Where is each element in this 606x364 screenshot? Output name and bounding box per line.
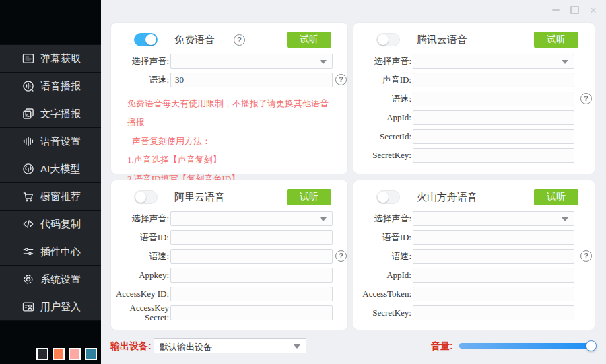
field-label: Appkey:: [111, 270, 169, 280]
volcano-voice-panel: 火山方舟语音 试听 选择声音: 语音ID: 语速: ? AppId:: [353, 180, 595, 330]
output-device-select[interactable]: 默认输出设备: [154, 338, 306, 353]
note-line: 1.声音选择【声音复刻】: [127, 151, 331, 170]
preview-button-volcano[interactable]: 试听: [534, 189, 578, 205]
text-broadcast-icon: A: [22, 107, 35, 120]
chevron-down-icon: [320, 217, 327, 221]
panel-title-free: 免费语音: [174, 34, 215, 46]
panel-title-ali: 阿里云语音: [174, 191, 225, 204]
theme-swatch-orange[interactable]: [53, 348, 65, 360]
field-label: 语音ID:: [354, 233, 411, 242]
theme-swatch-dark[interactable]: [36, 348, 48, 360]
sidebar-item-user-login[interactable]: 用户登入: [0, 293, 101, 321]
help-icon[interactable]: ?: [234, 34, 245, 46]
voice-broadcast-icon: [22, 79, 35, 93]
appid-input-tencent[interactable]: [413, 110, 574, 125]
note-line: 免费语音每天有使用限制，不播报了请更换其他语音播报: [127, 94, 331, 132]
field-label: AccessKey ID:: [111, 289, 169, 299]
voice-select-tencent[interactable]: [413, 54, 574, 69]
tencent-voice-toggle[interactable]: [376, 33, 400, 46]
sidebar-item-text-broadcast[interactable]: A 文字播报: [0, 100, 101, 128]
theme-swatch-pink[interactable]: [69, 348, 81, 360]
ali-voice-panel: 阿里云语音 试听 选择声音: 语音ID: 语速: ? Appkey:: [110, 180, 348, 330]
maximize-icon[interactable]: [570, 5, 579, 15]
preview-button-tencent[interactable]: 试听: [534, 32, 578, 48]
voice-id-input-tencent[interactable]: [413, 73, 574, 87]
sidebar-item-label: 语音设置: [40, 135, 81, 148]
close-icon[interactable]: ✕: [588, 5, 598, 15]
shopping-cart-icon: [22, 190, 35, 203]
toggle-knob: [378, 34, 389, 45]
appid-input-volcano[interactable]: [413, 268, 574, 283]
accesskey-id-input-ali[interactable]: [170, 287, 333, 301]
select-value: 默认输出设备: [160, 341, 212, 353]
sidebar-item-label: 语音播报: [40, 80, 81, 93]
voice-id-input-volcano[interactable]: [413, 230, 574, 245]
broadcast-tower-icon: [22, 162, 35, 176]
panel-title-tencent: 腾讯云语音: [417, 34, 467, 46]
free-voice-toggle[interactable]: [134, 33, 158, 46]
preview-button-ali[interactable]: 试听: [287, 189, 331, 205]
code-icon: [22, 217, 35, 231]
toggle-knob: [135, 192, 146, 203]
output-device-label: 输出设备:: [110, 340, 152, 353]
secretkey-input-tencent[interactable]: [413, 148, 574, 163]
sliders-icon: [22, 245, 35, 258]
voice-select-free[interactable]: [170, 54, 333, 69]
accesskey-secret-input-ali[interactable]: [170, 305, 333, 320]
gear-icon: [22, 272, 35, 286]
ali-voice-toggle[interactable]: [134, 190, 158, 204]
volume-slider[interactable]: [459, 343, 591, 349]
sidebar-item-label: 橱窗推荐: [40, 190, 81, 203]
sidebar-item-voice-broadcast[interactable]: 语音播报: [0, 73, 101, 100]
chevron-down-icon: [562, 60, 568, 64]
secretkey-input-volcano[interactable]: [413, 305, 574, 320]
minimize-icon[interactable]: [551, 5, 560, 15]
speed-input-free[interactable]: [170, 73, 333, 87]
field-label: 语音ID:: [111, 233, 169, 242]
field-label: 语速:: [354, 94, 411, 104]
volume-label: 音量:: [431, 340, 453, 353]
sidebar-item-label: 系统设置: [40, 273, 81, 286]
field-label: 语速:: [111, 75, 169, 85]
voice-select-ali[interactable]: [170, 211, 333, 226]
volume-slider-fill: [459, 343, 591, 349]
sidebar-item-shop-recommend[interactable]: 橱窗推荐: [0, 183, 101, 211]
sidebar-item-system-settings[interactable]: 系统设置: [0, 266, 101, 293]
window-controls: ✕: [551, 5, 598, 15]
field-label: AppId:: [354, 113, 411, 122]
sidebar-item-danmu-capture[interactable]: 弹幕获取: [0, 44, 101, 73]
field-label: 声音ID:: [354, 75, 411, 85]
help-icon[interactable]: ?: [580, 93, 592, 104]
field-label: SecretId:: [354, 132, 411, 141]
field-label: AccessKey Secret:: [111, 303, 169, 322]
voice-id-input-ali[interactable]: [170, 230, 333, 245]
speed-input-volcano[interactable]: [413, 249, 574, 264]
accesstoken-input-volcano[interactable]: [413, 287, 574, 301]
toggle-knob: [145, 34, 156, 45]
tencent-voice-panel: 腾讯云语音 试听 选择声音: 声音ID: 语速: ? AppId:: [353, 22, 595, 174]
secretid-input-tencent[interactable]: [413, 129, 574, 144]
sidebar-item-label: 弹幕获取: [40, 52, 81, 65]
volcano-voice-toggle[interactable]: [376, 190, 400, 204]
help-icon[interactable]: ?: [335, 74, 347, 85]
appkey-input-ali[interactable]: [170, 268, 333, 283]
speed-input-ali[interactable]: [170, 249, 333, 264]
user-card-icon: [22, 300, 35, 314]
theme-swatch-teal[interactable]: [85, 348, 97, 360]
speed-input-tencent[interactable]: [413, 92, 574, 106]
sidebar-item-ai-model[interactable]: AI大模型: [0, 155, 101, 183]
preview-button-free[interactable]: 试听: [287, 32, 331, 48]
voice-select-volcano[interactable]: [413, 211, 574, 226]
help-icon[interactable]: ?: [580, 250, 592, 262]
help-icon[interactable]: ?: [335, 250, 347, 262]
field-label: 语速:: [354, 252, 411, 261]
sidebar-item-plugin-center[interactable]: 插件中心: [0, 238, 101, 266]
sidebar-item-label: 插件中心: [40, 246, 81, 258]
sidebar-item-code-copy[interactable]: 代码复制: [0, 211, 101, 238]
field-label: SecretKey:: [354, 151, 411, 160]
sidebar-item-label: 代码复制: [40, 218, 81, 231]
field-label: 选择声音:: [111, 214, 169, 223]
toggle-knob: [378, 192, 389, 203]
sidebar-item-voice-settings[interactable]: 语音设置: [0, 128, 101, 155]
volume-slider-thumb[interactable]: [586, 340, 597, 351]
